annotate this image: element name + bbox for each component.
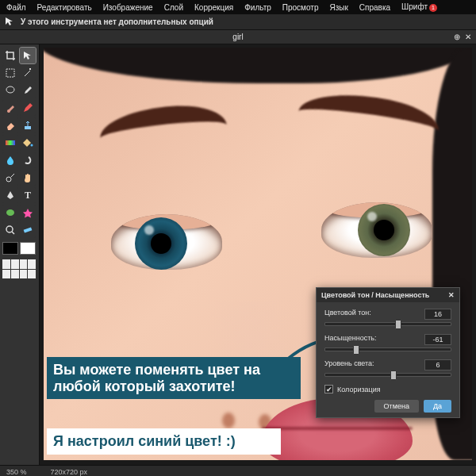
- workspace: T: [0, 44, 476, 465]
- custom-shape-tool[interactable]: [20, 205, 36, 221]
- ruler-tool[interactable]: [20, 222, 36, 238]
- light-value[interactable]: 6: [424, 359, 451, 370]
- pen-tool[interactable]: [2, 187, 18, 203]
- colorize-checkbox-row[interactable]: ✔ Колоризация: [324, 385, 451, 393]
- options-bar: У этого инструмента нет дополнительных о…: [0, 14, 476, 30]
- brush-tool[interactable]: [2, 100, 18, 116]
- foreground-color[interactable]: [2, 242, 18, 255]
- menu-edit[interactable]: Редактировать: [37, 3, 92, 12]
- lasso-tool[interactable]: [2, 83, 18, 98]
- color-swatches[interactable]: [2, 242, 36, 255]
- clone-tool[interactable]: [20, 117, 36, 133]
- light-slider[interactable]: [324, 373, 451, 377]
- menu-filter[interactable]: Фильтр: [244, 3, 271, 12]
- svg-rect-3: [6, 140, 15, 145]
- text-tool[interactable]: T: [20, 187, 36, 203]
- menu-font[interactable]: Шрифт1: [401, 2, 437, 12]
- tool-panel: T: [0, 44, 40, 465]
- hue-label: Цветовой тон:: [324, 309, 371, 320]
- light-label: Уровень света:: [324, 359, 374, 370]
- canvas-dimensions: 720x720 px: [51, 468, 88, 476]
- swatches-grid-icon[interactable]: [2, 259, 36, 278]
- svg-rect-8: [24, 227, 33, 232]
- annotation-sub: Я настроил синий цвет! :): [47, 428, 281, 455]
- eye-right: [321, 202, 432, 258]
- close-icon[interactable]: ✕: [448, 291, 455, 299]
- ok-button[interactable]: Да: [424, 400, 451, 413]
- dialog-title-text: Цветовой тон / Насыщенность: [321, 291, 429, 299]
- eyebrow-right: [298, 87, 442, 138]
- hue-thumb[interactable]: [395, 320, 401, 329]
- colorize-label: Колоризация: [337, 386, 381, 393]
- canvas-image: Вы можете поменять цвет на любой который…: [44, 48, 472, 460]
- canvas-area[interactable]: Вы можете поменять цвет на любой который…: [40, 44, 476, 465]
- crop-tool[interactable]: [2, 48, 18, 63]
- menu-bar: Файл Редактировать Изображение Слой Корр…: [0, 0, 476, 14]
- svg-point-6: [6, 209, 14, 216]
- eyedrop-tool[interactable]: [20, 83, 36, 98]
- light-slider-group: Уровень света: 6: [324, 359, 451, 377]
- zoom-tool[interactable]: [2, 222, 18, 238]
- light-thumb[interactable]: [390, 370, 397, 380]
- menu-layer[interactable]: Слой: [164, 3, 183, 12]
- hair-region: [44, 48, 472, 83]
- sat-slider-group: Насыщенность: -61: [324, 334, 451, 351]
- svg-point-7: [6, 226, 13, 232]
- hue-saturation-dialog[interactable]: Цветовой тон / Насыщенность ✕ Цветовой т…: [316, 287, 460, 418]
- svg-rect-0: [6, 69, 14, 77]
- smudge-tool[interactable]: [20, 152, 36, 168]
- move-cursor-icon: [5, 17, 14, 28]
- menu-lang[interactable]: Язык: [329, 3, 347, 12]
- iris-edited-blue: [135, 217, 187, 270]
- pencil-tool[interactable]: [20, 100, 36, 116]
- hue-slider[interactable]: [324, 322, 451, 326]
- menu-file[interactable]: Файл: [6, 3, 26, 12]
- dodge-tool[interactable]: [2, 170, 18, 186]
- bucket-tool[interactable]: [20, 135, 36, 151]
- svg-point-1: [6, 86, 14, 93]
- menu-view[interactable]: Просмотр: [282, 3, 319, 12]
- sat-label: Насыщенность:: [324, 334, 377, 345]
- colorize-checkbox[interactable]: ✔: [324, 385, 333, 393]
- dialog-titlebar[interactable]: Цветовой тон / Насыщенность ✕: [317, 288, 459, 302]
- font-badge: 1: [429, 4, 437, 12]
- annotation-main: Вы можете поменять цвет на любой который…: [47, 357, 301, 399]
- sat-slider[interactable]: [324, 347, 451, 351]
- svg-point-4: [31, 144, 33, 147]
- document-tab-bar: girl ⊕ ✕: [0, 30, 476, 44]
- svg-point-5: [6, 177, 11, 182]
- shape-tool[interactable]: [2, 205, 18, 221]
- hue-slider-group: Цветовой тон: 16: [324, 309, 451, 326]
- blur-tool[interactable]: [2, 152, 18, 168]
- menu-adjust[interactable]: Коррекция: [194, 3, 233, 12]
- menu-help[interactable]: Справка: [359, 3, 390, 12]
- menu-image[interactable]: Изображение: [103, 3, 153, 12]
- options-message: У этого инструмента нет дополнительных о…: [21, 17, 213, 26]
- eye-left: [111, 214, 222, 270]
- hand-tool[interactable]: [20, 170, 36, 186]
- sat-value[interactable]: -61: [424, 334, 451, 345]
- iris-original: [358, 204, 410, 256]
- cancel-button[interactable]: Отмена: [374, 400, 419, 413]
- marquee-tool[interactable]: [2, 65, 18, 81]
- close-doc-icon[interactable]: ✕: [465, 33, 471, 41]
- document-title[interactable]: girl: [232, 33, 243, 41]
- svg-rect-2: [25, 126, 31, 129]
- status-bar: 350 % 720x720 px: [0, 465, 476, 476]
- pin-icon[interactable]: ⊕: [454, 33, 460, 41]
- move-tool[interactable]: [20, 48, 36, 63]
- gradient-tool[interactable]: [2, 135, 18, 151]
- hue-value[interactable]: 16: [424, 309, 451, 320]
- wand-tool[interactable]: [20, 65, 36, 81]
- sat-thumb[interactable]: [353, 345, 359, 355]
- background-color[interactable]: [20, 242, 36, 255]
- eyebrow-left: [98, 101, 227, 146]
- eraser-tool[interactable]: [2, 117, 18, 133]
- zoom-level[interactable]: 350 %: [6, 468, 27, 476]
